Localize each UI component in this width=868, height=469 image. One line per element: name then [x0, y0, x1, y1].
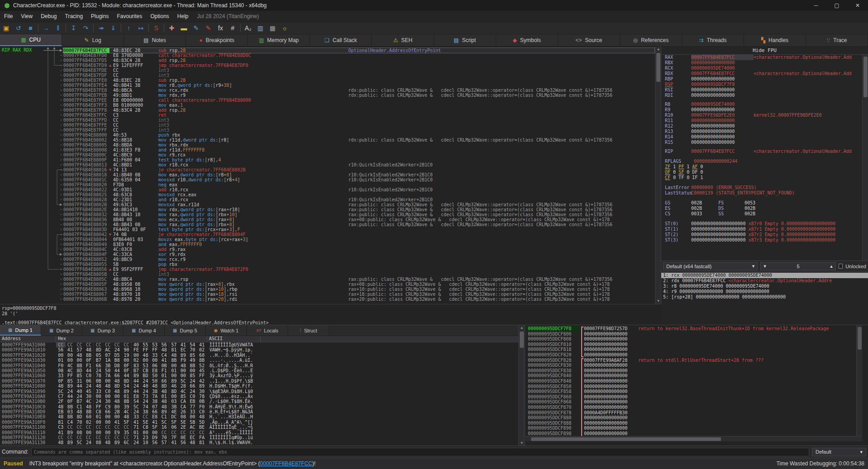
disasm-row[interactable]: 00007FF6B4E8801674 13▼je charactercreato…	[63, 167, 655, 172]
stack-row[interactable]: 000000095DDCF8980000000000000000	[525, 431, 862, 436]
disasm-row[interactable]: 00007FF6B4E87FDFCCint3	[63, 73, 655, 78]
flags-row[interactable]: OF 0 SF 0 DF 0	[665, 170, 862, 175]
tab-seh[interactable]: ⚠SEH	[372, 34, 434, 46]
dump-row[interactable]: 00007FFE99A310200000488B0507D519004833C4…	[0, 353, 518, 358]
disasm-row[interactable]: 00007FF6B4E88056E9 95F2FFFF▲jmp characte…	[63, 267, 655, 272]
disasm-row[interactable]: 00007FF6B4E87FFECCint3	[63, 123, 655, 128]
disasm-row[interactable]: 00007FF6B4E8804983E0 F0and eax,FFFFFFF0	[63, 242, 655, 247]
step-over-icon[interactable]: ↷	[80, 23, 92, 33]
disasm-row[interactable]: 00007FF6B4E8800C4C:8BC9mov r9,rcx	[63, 152, 655, 157]
argument-row[interactable]: 1: rcx 000000095DE74000 000000095DE74000	[661, 273, 868, 278]
register-row[interactable]: RSI0000000000000000	[665, 87, 862, 93]
scroll-up-icon[interactable]: ▲	[655, 47, 661, 52]
register-row[interactable]: RDX00007FF6B4E87FCC<charactercreator.Opt…	[665, 71, 862, 76]
scroll-down-icon[interactable]: ▼	[655, 298, 661, 304]
dump-tab-watch-1[interactable]: ◉Watch 1	[206, 325, 247, 336]
tab-cpu[interactable]: ▦CPU	[0, 34, 62, 46]
dump-row[interactable]: 00007FFE99A31010564157488DAC2490FEFFFF48…	[0, 347, 518, 352]
disasm-row[interactable]: 00007FF6B4E880440FB64401 03movzx eax,byt…	[63, 237, 655, 242]
tab-handles[interactable]: ▚Handles	[744, 34, 806, 46]
stack-row[interactable]: 000000095DDCF7F800007FFE98D7257Dreturn t…	[525, 326, 862, 332]
argument-count-spinner[interactable]: ▾ 5 ▴	[760, 262, 836, 270]
disasm-row[interactable]: 00007FF6B4E8805BCCint3	[63, 272, 655, 277]
disassembly-pane[interactable]: RIP RAX RDX 00007FF6B4E87FCC48:83EC 28su…	[0, 47, 661, 304]
tab-breakpoints[interactable]: ●Breakpoints	[186, 34, 248, 46]
restart-icon[interactable]: ↺	[12, 23, 24, 33]
stack-row[interactable]: 000000095DDCF8080000000000000000	[525, 336, 862, 342]
argument-row[interactable]: 3: r8 000000095DE74000 000000095DE74000	[661, 284, 868, 289]
menu-item-debug[interactable]: Debug	[37, 11, 61, 21]
argument-row[interactable]: 2: rdx 00007FF6B4E87FCC <charactercreato…	[661, 278, 868, 284]
dump-row[interactable]: 00007FFE99A310700F8531060B00488D44245066…	[0, 379, 518, 384]
dump-row[interactable]: 00007FFE99A310F081C470020000415F415E415C…	[0, 420, 518, 425]
register-row[interactable]: RIP00007FF6B4E87FCC<charactercreator.Opt…	[665, 149, 862, 154]
dump-row[interactable]: 00007FFE99A310804889442448488D542440488D…	[0, 384, 518, 388]
open-file-icon[interactable]: ▣	[0, 23, 12, 33]
dump-row[interactable]: 00007FFE99A310D0EB03488BC8662B4C24386689…	[0, 409, 518, 414]
rflags-row[interactable]: RFLAGS 0000000000000244	[665, 159, 862, 164]
disasm-row[interactable]: 00007FF6B4E87FF3B8 01000000mov eax,1	[63, 103, 655, 108]
register-row[interactable]: RBX0000000000000000	[665, 60, 862, 66]
highlight-icon[interactable]: ✎	[202, 23, 214, 33]
stack-row[interactable]: 000000095DDCF8500000000000000000	[525, 384, 862, 389]
tab-references[interactable]: ◎References	[620, 34, 682, 46]
segment-row[interactable]: ES002B DS002B	[665, 206, 862, 211]
dump-vertical-scrollbar[interactable]: ▲ ▼	[518, 325, 524, 446]
dump-row[interactable]: 00007FFE99A310C0488BC148FFC980395C740748…	[0, 404, 518, 409]
run-down-icon[interactable]: ⇓	[107, 23, 119, 33]
disasm-row[interactable]: 00007FF6B4E8805249:8BC9mov rcx,r9	[63, 257, 655, 262]
st-register-row[interactable]: ST(2)00000000000000000000 x87r2 Empty 0.…	[665, 232, 862, 237]
stack-row[interactable]: 000000095DDCF82800007FFE99A8AF28return t…	[525, 358, 862, 363]
disasm-row[interactable]: 00007FF6B4E8806348:8968 10mov qword ptr …	[63, 287, 655, 292]
disasm-row[interactable]: 00007FF6B4E87FFCC3ret	[63, 113, 655, 118]
register-row[interactable]: R120000000000000000	[665, 123, 862, 129]
segment-row[interactable]: GS002B FS0053	[665, 200, 862, 206]
skip-icon[interactable]: S	[150, 23, 162, 33]
preferences-icon[interactable]: ▥	[254, 23, 266, 33]
dump-row[interactable]: 00007FFE99A3113048895C240848896C24105657…	[0, 440, 518, 445]
st-register-row[interactable]: ST(3)00000000000000000000 x87r3 Empty 0.…	[665, 237, 862, 243]
dump-row[interactable]: 00007FFE99A310905C24404533C0488944243848…	[0, 389, 518, 394]
disasm-row[interactable]: 00007FF6B4E8803DF64401 03 0Ftest byte pt…	[63, 227, 655, 232]
stack-row[interactable]: 000000095DDCF8880000000000000000	[525, 421, 862, 426]
disasm-row[interactable]: 00007FF6B4E87FE048:83EC 28sub rsp,28	[63, 78, 655, 83]
disasm-row[interactable]: 00007FF6B4E8800040:53push rbx	[63, 133, 655, 137]
stack-row[interactable]: 000000095DDCF8700000000000000000	[525, 405, 862, 410]
disasm-row[interactable]: 00007FF6B4E8802548:63C8movsxd rcx,eax	[63, 192, 655, 197]
register-row[interactable]: R140000000000000000	[665, 134, 862, 140]
dump-pane[interactable]: ▦Dump 1▦Dump 2▦Dump 3▦Dump 4▦Dump 5◉Watc…	[0, 325, 518, 446]
disasm-row[interactable]: 00007FF6B4E8801841:8B40 08mov eax,dword …	[63, 172, 655, 177]
register-row[interactable]: RDI0000000000000000	[665, 93, 862, 98]
stack-row[interactable]: 000000095DDCF8180000000000000000	[525, 347, 862, 352]
run-till-return-icon[interactable]: ↠	[95, 23, 107, 33]
argument-row[interactable]: 4: r9 0000000000000000 0000000000000000	[661, 289, 868, 294]
tab-call-stack[interactable]: ❏Call Stack	[310, 34, 372, 46]
disasm-row[interactable]: 00007FF6B4E8806B48:8978 20mov qword ptr …	[63, 297, 655, 302]
dump-row[interactable]: 00007FFE99A31000CCCCCCCCCCCCCCCC40555356…	[0, 342, 518, 347]
stack-vertical-scrollbar[interactable]	[856, 325, 862, 436]
menu-item-favourites[interactable]: Favourites	[113, 11, 146, 21]
disasm-row[interactable]: 00007FF6B4E88020F7D8neg eax	[63, 182, 655, 187]
register-row[interactable]: R1000007FFE98DFE2E0kernel32.00007FFE98DF…	[665, 113, 862, 118]
dump-row[interactable]: 00007FFE99A310E0488B8D600100004833CCE8C1…	[0, 414, 518, 419]
run-to-user-code-icon[interactable]: ↦	[135, 23, 147, 33]
step-out-icon[interactable]: ↑	[123, 23, 135, 33]
command-input[interactable]	[31, 448, 809, 456]
dump-tab-dump-3[interactable]: ▦Dump 3	[82, 325, 123, 336]
dump-row[interactable]: 00007FFE99A310B02F0FB74C2430488B54243848…	[0, 399, 518, 404]
register-row[interactable]: R150000000000000000	[665, 140, 862, 145]
disasm-row[interactable]: 00007FF6B4E8804F4C:33CAxor r9,rdx	[63, 252, 655, 257]
tab-threads[interactable]: ⇉Threads	[682, 34, 744, 46]
register-row[interactable]: R90000000000000000	[665, 107, 862, 113]
dump-tab-locals[interactable]: x=Locals	[247, 325, 288, 336]
stack-row[interactable]: 000000095DDCF8580000000000000000	[525, 389, 862, 394]
disasm-row[interactable]: 00007FF6B4E87FFDCCint3	[63, 118, 655, 123]
disasm-row[interactable]: 00007FF6B4E8800548:8BDAmov rbx,rdx	[63, 142, 655, 147]
tab-script[interactable]: ▤Script	[434, 34, 496, 46]
register-row[interactable]: RBP0000000000000000	[665, 76, 862, 82]
disasm-row[interactable]: 00007FF6B4E87FEB49:8BD1mov rdx,r9rdx:pub…	[63, 93, 655, 98]
dump-tab-dump-5[interactable]: ▦Dump 5	[165, 325, 206, 336]
disasm-vertical-scrollbar[interactable]: ▲ ▼	[655, 47, 661, 304]
favourite-icon[interactable]: ☼	[279, 23, 291, 33]
stack-row[interactable]: 000000095DDCF8200000000000000000	[525, 352, 862, 358]
